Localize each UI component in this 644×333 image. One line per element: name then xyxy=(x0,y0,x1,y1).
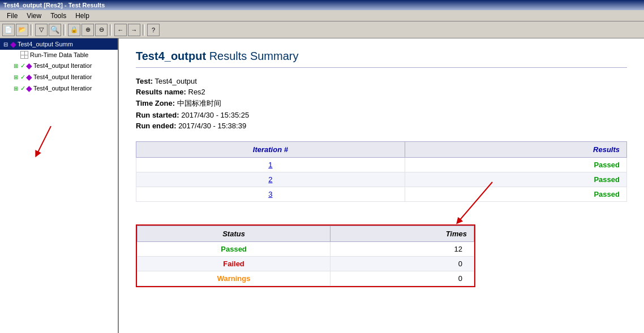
iter-table-row: 3Passed xyxy=(136,187,627,202)
iter-result: Passed xyxy=(405,158,626,172)
tree-label-iter3: Test4_output Iteratior xyxy=(33,85,92,92)
value-run-ended: 2017/4/30 - 15:38:39 xyxy=(178,122,246,130)
expand-icon-iter1[interactable]: ⊞ xyxy=(11,63,20,69)
iter-number[interactable]: 2 xyxy=(136,172,405,187)
status-name: Failed xyxy=(138,257,330,271)
iter-table-row: 2Passed xyxy=(136,172,627,187)
value-test: Test4_output xyxy=(155,77,197,85)
menu-tools[interactable]: Tools xyxy=(46,11,71,21)
check-icon-iter2: ✓ xyxy=(20,73,25,81)
search-button[interactable]: 🔍 xyxy=(49,24,61,36)
menu-view[interactable]: View xyxy=(22,11,46,21)
separator-4 xyxy=(143,24,145,36)
zoom-out-button[interactable]: ⊖ xyxy=(95,24,108,36)
iter-number[interactable]: 3 xyxy=(136,187,405,202)
tree-icon-iter1: ◆ xyxy=(26,61,32,70)
status-table: Status Times Passed12Failed0Warnings0 xyxy=(137,226,474,286)
main-layout: ⊟ ◆ Test4_output Summ Run-Time Data Tabl… xyxy=(0,38,644,333)
title-text: Test4_output [Res2] - Test Results xyxy=(3,2,105,8)
check-icon-iter1: ✓ xyxy=(20,62,25,70)
back-button[interactable]: ← xyxy=(114,24,127,36)
status-name: Warnings xyxy=(138,271,330,286)
status-times: 0 xyxy=(330,257,474,271)
zoom-in-button[interactable]: ⊕ xyxy=(81,24,94,36)
new-button[interactable]: 📄 xyxy=(2,24,15,36)
summary-title: Test4_output Results Summary xyxy=(136,50,627,68)
iter-table-row: 1Passed xyxy=(136,158,627,172)
info-timezone: Time Zone: 中国标准时间 xyxy=(136,98,627,109)
label-results-name: Results name: xyxy=(136,88,186,96)
tree-icon-root: ◆ xyxy=(10,40,16,49)
toolbar: 📄 📂 ▽ 🔍 🔒 ⊕ ⊖ ← → ? xyxy=(0,21,644,38)
tree-item-iter2[interactable]: ⊞ ✓ ◆ Test4_output Iteratior xyxy=(0,71,118,83)
info-test: Test: Test4_output xyxy=(136,77,627,85)
help-button[interactable]: ? xyxy=(147,24,160,36)
lock-button[interactable]: 🔒 xyxy=(68,24,80,36)
status-table-row: Failed0 xyxy=(138,257,474,271)
status-col-times: Times xyxy=(330,226,474,242)
menu-help[interactable]: Help xyxy=(71,11,94,21)
tree-item-iter3[interactable]: ⊞ ✓ ◆ Test4_output Iteratior xyxy=(0,83,118,94)
status-table-wrapper: Status Times Passed12Failed0Warnings0 xyxy=(136,224,475,287)
svg-line-0 xyxy=(37,126,51,154)
label-test: Test: xyxy=(136,77,153,85)
forward-button[interactable]: → xyxy=(128,24,140,36)
separator-3 xyxy=(110,24,112,36)
iter-col-results: Results xyxy=(405,142,626,158)
check-icon-iter3: ✓ xyxy=(20,85,25,92)
title-bar: Test4_output [Res2] - Test Results xyxy=(0,0,644,10)
tree-label-iter1: Test4_output Iteratior xyxy=(33,62,92,69)
summary-title-suffix: Results Summary xyxy=(206,50,298,62)
menu-bar: File View Tools Help xyxy=(0,10,644,21)
iteration-table: Iteration # Results 1Passed2Passed3Passe… xyxy=(136,141,627,202)
value-run-started: 2017/4/30 - 15:35:25 xyxy=(181,111,249,119)
status-table-row: Warnings0 xyxy=(138,271,474,286)
tree-icon-iter2: ◆ xyxy=(26,72,32,81)
label-run-started: Run started: xyxy=(136,111,179,119)
right-panel: Test4_output Results Summary Test: Test4… xyxy=(119,38,644,333)
annotation-arrow-left xyxy=(34,126,68,160)
tree-label-iter2: Test4_output Iteratior xyxy=(33,73,92,80)
tree-item-root[interactable]: ⊟ ◆ Test4_output Summ xyxy=(0,38,118,50)
value-timezone: 中国标准时间 xyxy=(177,99,221,107)
label-timezone: Time Zone: xyxy=(136,99,175,107)
iter-result: Passed xyxy=(405,172,626,187)
left-panel: ⊟ ◆ Test4_output Summ Run-Time Data Tabl… xyxy=(0,38,119,333)
menu-file[interactable]: File xyxy=(2,11,22,21)
info-run-ended: Run ended: 2017/4/30 - 15:38:39 xyxy=(136,122,627,130)
open-button[interactable]: 📂 xyxy=(16,24,28,36)
iter-col-iteration: Iteration # xyxy=(136,142,405,158)
tree-label-root: Test4_output Summ xyxy=(18,41,73,47)
tree-icon-grid xyxy=(20,51,28,59)
status-name: Passed xyxy=(138,242,330,257)
separator-1 xyxy=(31,24,33,36)
info-run-started: Run started: 2017/4/30 - 15:35:25 xyxy=(136,111,627,119)
info-results-name: Results name: Res2 xyxy=(136,88,627,96)
iter-result: Passed xyxy=(405,187,626,202)
tree-icon-iter3: ◆ xyxy=(26,84,32,93)
label-run-ended: Run ended: xyxy=(136,122,177,130)
expand-icon-iter2[interactable]: ⊞ xyxy=(11,74,20,80)
tree-item-iter1[interactable]: ⊞ ✓ ◆ Test4_output Iteratior xyxy=(0,60,118,71)
status-table-row: Passed12 xyxy=(138,242,474,257)
status-times: 0 xyxy=(330,271,474,286)
tree-label-runtime: Run-Time Data Table xyxy=(30,51,88,58)
filter-button[interactable]: ▽ xyxy=(35,24,48,36)
status-times: 12 xyxy=(330,242,474,257)
expand-icon-root[interactable]: ⊟ xyxy=(1,41,10,47)
expand-icon-iter3[interactable]: ⊞ xyxy=(11,85,20,92)
value-results-name: Res2 xyxy=(188,88,205,96)
iter-number[interactable]: 1 xyxy=(136,158,405,172)
separator-2 xyxy=(63,24,66,36)
status-col-status: Status xyxy=(138,226,330,242)
tree-item-runtime[interactable]: Run-Time Data Table xyxy=(0,50,118,60)
summary-title-prefix: Test4_output xyxy=(136,50,206,62)
